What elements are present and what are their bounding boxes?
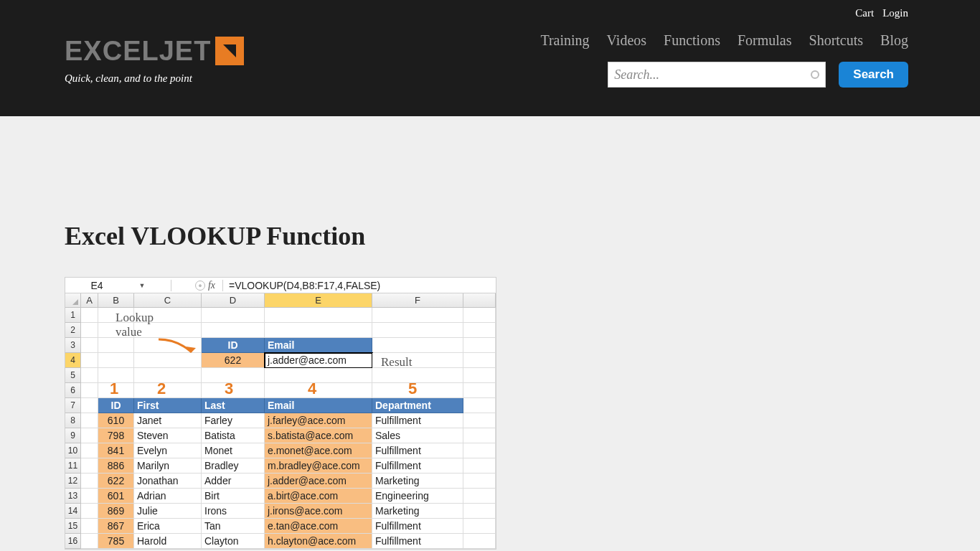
cell-email[interactable]: s.batista@ace.com: [265, 428, 372, 443]
col-header-d[interactable]: D: [202, 293, 265, 308]
search-box[interactable]: [608, 62, 826, 88]
table-row: 9 798 Steven Batista s.batista@ace.com S…: [65, 428, 496, 443]
cell-email[interactable]: m.bradley@ace.com: [265, 458, 372, 474]
cell-last[interactable]: Monet: [202, 443, 265, 458]
cell-dept[interactable]: Fulfillment: [372, 519, 463, 534]
cell-email[interactable]: e.monet@ace.com: [265, 443, 372, 458]
logo: EXCELJET: [65, 36, 244, 67]
formula-text[interactable]: =VLOOKUP(D4,B8:F17,4,FALSE): [223, 280, 380, 291]
cell-id[interactable]: 785: [98, 534, 134, 549]
cell-dept[interactable]: Marketing: [372, 504, 463, 519]
fx-icon[interactable]: ● fx: [171, 280, 223, 291]
login-link[interactable]: Login: [882, 7, 908, 19]
cell-first[interactable]: Erica: [134, 519, 202, 534]
row-header[interactable]: 15: [65, 519, 81, 534]
cell-id[interactable]: 867: [98, 519, 134, 534]
cell-email[interactable]: j.irons@ace.com: [265, 504, 372, 519]
table-header-first: First: [134, 398, 202, 413]
cell-dept[interactable]: Marketing: [372, 474, 463, 489]
col-header-e[interactable]: E: [265, 293, 372, 308]
row-header[interactable]: 12: [65, 474, 81, 489]
cell-dept[interactable]: Fulfillment: [372, 443, 463, 458]
logo-block[interactable]: EXCELJET Quick, clean, and to the point: [65, 36, 244, 85]
row-header[interactable]: 2: [65, 323, 81, 338]
cell-email[interactable]: a.birt@ace.com: [265, 489, 372, 504]
row-header[interactable]: 11: [65, 458, 81, 474]
svg-marker-0: [223, 44, 236, 57]
lookup-id-cell[interactable]: 622: [202, 353, 265, 368]
cell-email[interactable]: h.clayton@ace.com: [265, 534, 372, 549]
cell-last[interactable]: Tan: [202, 519, 265, 534]
cell-last[interactable]: Bradley: [202, 458, 265, 474]
top-links: Cart Login: [0, 0, 980, 19]
nav-training[interactable]: Training: [540, 32, 589, 49]
cell-id[interactable]: 610: [98, 413, 134, 428]
row-header[interactable]: 1: [65, 308, 81, 323]
search-button[interactable]: Search: [839, 62, 908, 88]
slogan: Quick, clean, and to the point: [65, 72, 244, 85]
row-header[interactable]: 6: [65, 383, 81, 398]
search-input[interactable]: [614, 67, 811, 83]
nav-shortcuts[interactable]: Shortcuts: [809, 32, 864, 49]
col-header-c[interactable]: C: [134, 293, 202, 308]
table-row: 11 886 Marilyn Bradley m.bradley@ace.com…: [65, 458, 496, 474]
table-header-last: Last: [202, 398, 265, 413]
cell-id[interactable]: 886: [98, 458, 134, 474]
page-title: Excel VLOOKUP Function: [65, 221, 915, 251]
col-header-f[interactable]: F: [372, 293, 463, 308]
cell-email[interactable]: e.tan@ace.com: [265, 519, 372, 534]
cell-email[interactable]: j.adder@ace.com: [265, 474, 372, 489]
row-header[interactable]: 9: [65, 428, 81, 443]
cell-dept[interactable]: Fulfillment: [372, 413, 463, 428]
cell-last[interactable]: Farley: [202, 413, 265, 428]
col-header-a[interactable]: A: [81, 293, 98, 308]
row-header[interactable]: 16: [65, 534, 81, 549]
cell-first[interactable]: Jonathan: [134, 474, 202, 489]
cell-first[interactable]: Marilyn: [134, 458, 202, 474]
table-header-email: Email: [265, 398, 372, 413]
nav-blog[interactable]: Blog: [880, 32, 908, 49]
cell-email[interactable]: j.farley@ace.com: [265, 413, 372, 428]
cell-dept[interactable]: Fulfillment: [372, 534, 463, 549]
cart-link[interactable]: Cart: [855, 7, 874, 19]
cell-first[interactable]: Janet: [134, 413, 202, 428]
formula-bar: E4 ▼ ● fx =VLOOKUP(D4,B8:F17,4,FALSE): [65, 278, 496, 293]
cell-id[interactable]: 869: [98, 504, 134, 519]
cell-last[interactable]: Clayton: [202, 534, 265, 549]
cell-id[interactable]: 601: [98, 489, 134, 504]
cell-first[interactable]: Evelyn: [134, 443, 202, 458]
lookup-result-cell[interactable]: j.adder@ace.com: [265, 353, 372, 368]
cell-first[interactable]: Adrian: [134, 489, 202, 504]
nav-videos[interactable]: Videos: [607, 32, 646, 49]
row-header[interactable]: 13: [65, 489, 81, 504]
cell-dept[interactable]: Fulfillment: [372, 458, 463, 474]
row-header[interactable]: 14: [65, 504, 81, 519]
row-header[interactable]: 10: [65, 443, 81, 458]
cell-last[interactable]: Adder: [202, 474, 265, 489]
col-header-b[interactable]: B: [98, 293, 134, 308]
row-header[interactable]: 7: [65, 398, 81, 413]
cell-first[interactable]: Julie: [134, 504, 202, 519]
cell-last[interactable]: Irons: [202, 504, 265, 519]
col-header-blank[interactable]: [463, 293, 496, 308]
row-header[interactable]: 4: [65, 353, 81, 368]
row-header[interactable]: 8: [65, 413, 81, 428]
clear-icon[interactable]: [811, 70, 819, 79]
nav-formulas[interactable]: Formulas: [738, 32, 792, 49]
select-all-corner[interactable]: [65, 293, 81, 308]
cell-id[interactable]: 622: [98, 474, 134, 489]
cell-id[interactable]: 841: [98, 443, 134, 458]
cell-id[interactable]: 798: [98, 428, 134, 443]
cell-last[interactable]: Birt: [202, 489, 265, 504]
nav-functions[interactable]: Functions: [664, 32, 720, 49]
cell-first[interactable]: Steven: [134, 428, 202, 443]
cell-first[interactable]: Harold: [134, 534, 202, 549]
row-header[interactable]: 5: [65, 368, 81, 383]
cell-dept[interactable]: Sales: [372, 428, 463, 443]
caret-down-icon: ▼: [139, 282, 146, 289]
table-row: 15 867 Erica Tan e.tan@ace.com Fulfillme…: [65, 519, 496, 534]
cell-last[interactable]: Batista: [202, 428, 265, 443]
row-header[interactable]: 3: [65, 338, 81, 353]
cell-dept[interactable]: Engineering: [372, 489, 463, 504]
name-box[interactable]: E4 ▼: [65, 280, 171, 291]
